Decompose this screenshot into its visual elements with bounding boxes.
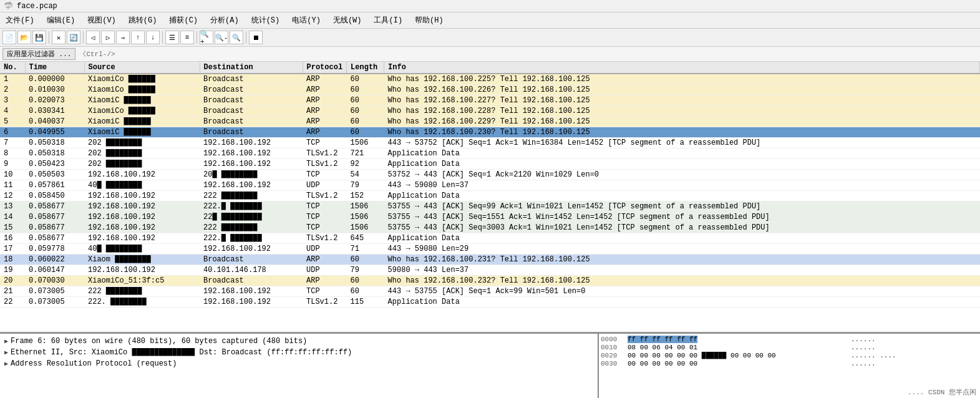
cell-length: 645 <box>347 233 384 244</box>
menu-item[interactable]: 视图(V) <box>84 14 119 27</box>
cell-no: 19 <box>0 265 25 276</box>
menu-item[interactable]: 跳转(G) <box>125 14 160 27</box>
menu-item[interactable]: 无线(W) <box>330 14 365 27</box>
detail-row[interactable]: ▶Frame 6: 60 bytes on wire (480 bits), 6… <box>2 336 596 347</box>
cell-destination: Broadcast <box>200 95 303 106</box>
cell-no: 17 <box>0 244 25 255</box>
cell-length: 54 <box>347 170 384 180</box>
cell-length: 60 <box>347 106 384 117</box>
cell-protocol: ARP <box>303 255 347 265</box>
toolbar-reload[interactable]: 🔄 <box>67 31 80 44</box>
cell-source: XiaomiC ██████ <box>84 127 200 138</box>
table-row[interactable]: 190.060147192.168.100.19240.101.146.178U… <box>0 265 980 276</box>
cell-length: 1506 <box>347 223 384 233</box>
table-row[interactable]: 70.050318202 ████████192.168.100.192TCP1… <box>0 138 980 148</box>
toolbar-new[interactable]: 📄 <box>2 31 16 44</box>
cell-info: 53755 → 443 [ACK] Seq=1551 Ack=1 Win=145… <box>384 212 980 223</box>
toolbar-list[interactable]: ☰ <box>165 31 179 44</box>
cell-no: 8 <box>0 148 25 159</box>
cell-info: Who has 192.168.100.225? Tell 192.168.10… <box>384 74 980 85</box>
col-source[interactable]: Source <box>84 62 200 74</box>
cell-source: XiaomiCo ██████ <box>84 106 200 117</box>
cell-time: 0.058450 <box>25 191 84 201</box>
table-row[interactable]: 140.058677192.168.100.19222█ █████████TC… <box>0 212 980 223</box>
menu-item[interactable]: 分析(A) <box>207 14 242 27</box>
cell-time: 0.073005 <box>25 286 84 297</box>
toolbar-close[interactable]: ✕ <box>52 31 65 44</box>
toolbar-zoom-reset[interactable]: 🔍 <box>230 31 243 44</box>
cell-info: Application Data <box>384 148 980 159</box>
cell-time: 0.058677 <box>25 223 84 233</box>
filter-shortcut: 《Ctrl-/> <box>79 49 115 59</box>
table-row[interactable]: 170.05977840█ ████████192.168.100.192UDP… <box>0 244 980 255</box>
menu-item[interactable]: 统计(S) <box>248 14 283 27</box>
toolbar-zoom-in[interactable]: 🔍+ <box>200 31 213 44</box>
detail-row[interactable]: ▶Address Resolution Protocol (request) <box>2 358 596 369</box>
toolbar-capture[interactable]: ⏹ <box>249 31 263 44</box>
cell-destination: Broadcast <box>200 117 303 127</box>
toolbar-back[interactable]: ◁ <box>86 31 100 44</box>
col-info[interactable]: Info <box>384 62 980 74</box>
col-destination[interactable]: Destination <box>200 62 303 74</box>
toolbar-zoom-out[interactable]: 🔍- <box>215 31 228 44</box>
menu-item[interactable]: 工具(I) <box>371 14 405 27</box>
menu-item[interactable]: 帮助(H) <box>412 14 447 27</box>
detail-row[interactable]: ▶Ethernet II, Src: XiaomiCo ████████████… <box>2 347 596 358</box>
cell-protocol: TCP <box>303 223 347 233</box>
toolbar-arrow-up[interactable]: ↑ <box>131 31 145 44</box>
menu-item[interactable]: 电话(Y) <box>289 14 324 27</box>
toolbar-save[interactable]: 💾 <box>32 31 46 44</box>
menu-item[interactable]: 编辑(E) <box>44 14 79 27</box>
cell-protocol: ARP <box>303 74 347 85</box>
table-row[interactable]: 30.020073XiaomiC ██████BroadcastARP60Who… <box>0 95 980 106</box>
table-row[interactable]: 130.058677192.168.100.192222.█ ███████TC… <box>0 201 980 212</box>
hex-ascii: ...... <box>851 344 876 351</box>
table-row[interactable]: 50.040037XiaomiC ██████BroadcastARP60Who… <box>0 117 980 127</box>
toolbar-open[interactable]: 📂 <box>17 31 31 44</box>
table-row[interactable]: 40.030341XiaomiCo ██████BroadcastARP60Wh… <box>0 106 980 117</box>
cell-source: XiaomiC ██████ <box>84 117 200 127</box>
cell-protocol: TLSv1.2 <box>303 159 347 170</box>
packet-list: No. Time Source Destination Protocol Len… <box>0 62 980 333</box>
cell-protocol: ARP <box>303 127 347 138</box>
col-length[interactable]: Length <box>347 62 384 74</box>
cell-protocol: TCP <box>303 286 347 297</box>
cell-no: 9 <box>0 159 25 170</box>
col-protocol[interactable]: Protocol <box>303 62 347 74</box>
toolbar-arrow-down[interactable]: ↓ <box>146 31 160 44</box>
table-row[interactable]: 90.050423202 ████████192.168.100.192TLSv… <box>0 159 980 170</box>
col-no[interactable]: No. <box>0 62 25 74</box>
toolbar-align[interactable]: ≡ <box>180 31 194 44</box>
cell-time: 0.057861 <box>25 180 84 191</box>
table-row[interactable]: 10.000000XiaomiCo ██████BroadcastARP60Wh… <box>0 74 980 85</box>
col-time[interactable]: Time <box>25 62 84 74</box>
table-row[interactable]: 80.050318202 ████████192.168.100.192TLSv… <box>0 148 980 159</box>
cell-no: 10 <box>0 170 25 180</box>
table-row[interactable]: 100.050503192.168.100.19220█ ████████TCP… <box>0 170 980 180</box>
table-row[interactable]: 150.058677192.168.100.192222 ████████TCP… <box>0 223 980 233</box>
toolbar-forward[interactable]: ▷ <box>101 31 115 44</box>
cell-time: 0.020073 <box>25 95 84 106</box>
table-row[interactable]: 220.073005222. ████████192.168.100.192TL… <box>0 297 980 308</box>
cell-source: 222 ████████ <box>84 286 200 297</box>
statusbar-text: .... CSDN 您半点闲 <box>908 389 976 396</box>
hex-ascii: ...... <box>851 336 876 343</box>
table-row[interactable]: 160.058677192.168.100.192222.█ ███████TL… <box>0 233 980 244</box>
filter-input[interactable] <box>119 51 978 58</box>
hex-offset: 0000 <box>601 336 623 343</box>
table-row[interactable]: 120.058450192.168.100.192222 ████████TLS… <box>0 191 980 201</box>
cell-source: 192.168.100.192 <box>84 170 200 180</box>
table-row[interactable]: 110.05786140█ ████████192.168.100.192UDP… <box>0 180 980 191</box>
table-row[interactable]: 20.010030XiaomiCo ██████BroadcastARP60Wh… <box>0 85 980 95</box>
cell-source: XiaomiCo ██████ <box>84 74 200 85</box>
toolbar-jump[interactable]: ⇒ <box>116 31 130 44</box>
table-row[interactable]: 210.073005222 ████████192.168.100.192TCP… <box>0 286 980 297</box>
menu-item[interactable]: 文件(F) <box>2 14 37 27</box>
cell-destination: Broadcast <box>200 85 303 95</box>
menu-item[interactable]: 捕获(C) <box>166 14 201 27</box>
table-row[interactable]: 180.060022Xiaom ████████BroadcastARP60Wh… <box>0 255 980 265</box>
cell-time: 0.000000 <box>25 74 84 85</box>
table-row[interactable]: 200.070030XiaomiCo_51:3f:c5BroadcastARP6… <box>0 276 980 286</box>
table-row[interactable]: 60.049955XiaomiC ██████BroadcastARP60Who… <box>0 127 980 138</box>
cell-destination: 192.168.100.192 <box>200 297 303 308</box>
